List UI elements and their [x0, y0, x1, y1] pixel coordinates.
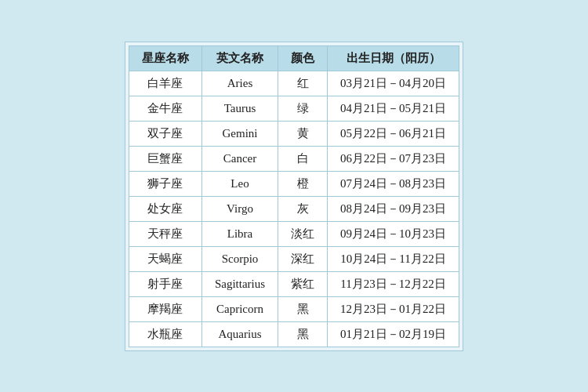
zodiac-table: 星座名称 英文名称 颜色 出生日期（阳历） 白羊座Aries红03月21日－04… — [129, 45, 459, 347]
cell-english-name: Aries — [201, 71, 278, 96]
cell-color: 绿 — [278, 96, 328, 121]
cell-color: 红 — [278, 71, 328, 96]
cell-english-name: Capricorn — [201, 296, 278, 321]
cell-chinese-name: 天秤座 — [129, 221, 201, 246]
cell-date: 10月24日－11月22日 — [328, 246, 459, 271]
table-row: 天蝎座Scorpio深红10月24日－11月22日 — [129, 246, 459, 271]
table-row: 金牛座Taurus绿04月21日－05月21日 — [129, 96, 459, 121]
cell-color: 紫红 — [278, 271, 328, 296]
cell-date: 06月22日－07月23日 — [328, 146, 459, 171]
table-header-row: 星座名称 英文名称 颜色 出生日期（阳历） — [129, 45, 459, 71]
cell-date: 01月21日－02月19日 — [328, 321, 459, 347]
table-row: 天秤座Libra淡红09月24日－10月23日 — [129, 221, 459, 246]
cell-date: 11月23日－12月22日 — [328, 271, 459, 296]
cell-chinese-name: 金牛座 — [129, 96, 201, 121]
cell-date: 05月22日－06月21日 — [328, 121, 459, 146]
header-english-name: 英文名称 — [201, 45, 278, 71]
cell-chinese-name: 天蝎座 — [129, 246, 201, 271]
cell-english-name: Taurus — [201, 96, 278, 121]
table-row: 射手座Sagittarius紫红11月23日－12月22日 — [129, 271, 459, 296]
cell-english-name: Sagittarius — [201, 271, 278, 296]
cell-color: 黑 — [278, 296, 328, 321]
table-row: 水瓶座Aquarius黑01月21日－02月19日 — [129, 321, 459, 347]
table-body: 白羊座Aries红03月21日－04月20日金牛座Taurus绿04月21日－0… — [129, 71, 459, 347]
table-row: 处女座Virgo灰08月24日－09月23日 — [129, 196, 459, 221]
cell-date: 08月24日－09月23日 — [328, 196, 459, 221]
cell-chinese-name: 狮子座 — [129, 171, 201, 196]
cell-date: 07月24日－08月23日 — [328, 171, 459, 196]
cell-color: 黄 — [278, 121, 328, 146]
cell-color: 淡红 — [278, 221, 328, 246]
cell-english-name: Cancer — [201, 146, 278, 171]
cell-color: 黑 — [278, 321, 328, 347]
cell-chinese-name: 双子座 — [129, 121, 201, 146]
cell-chinese-name: 水瓶座 — [129, 321, 201, 347]
cell-english-name: Leo — [201, 171, 278, 196]
header-chinese-name: 星座名称 — [129, 45, 201, 71]
cell-color: 白 — [278, 146, 328, 171]
cell-date: 09月24日－10月23日 — [328, 221, 459, 246]
table-row: 巨蟹座Cancer白06月22日－07月23日 — [129, 146, 459, 171]
cell-chinese-name: 白羊座 — [129, 71, 201, 96]
cell-color: 橙 — [278, 171, 328, 196]
cell-date: 03月21日－04月20日 — [328, 71, 459, 96]
cell-date: 04月21日－05月21日 — [328, 96, 459, 121]
cell-english-name: Virgo — [201, 196, 278, 221]
table-row: 狮子座Leo橙07月24日－08月23日 — [129, 171, 459, 196]
cell-english-name: Scorpio — [201, 246, 278, 271]
cell-date: 12月23日－01月22日 — [328, 296, 459, 321]
cell-english-name: Gemini — [201, 121, 278, 146]
zodiac-table-container: 星座名称 英文名称 颜色 出生日期（阳历） 白羊座Aries红03月21日－04… — [125, 42, 463, 351]
cell-english-name: Aquarius — [201, 321, 278, 347]
cell-english-name: Libra — [201, 221, 278, 246]
cell-chinese-name: 处女座 — [129, 196, 201, 221]
cell-chinese-name: 摩羯座 — [129, 296, 201, 321]
cell-chinese-name: 巨蟹座 — [129, 146, 201, 171]
cell-chinese-name: 射手座 — [129, 271, 201, 296]
table-row: 白羊座Aries红03月21日－04月20日 — [129, 71, 459, 96]
cell-color: 深红 — [278, 246, 328, 271]
table-row: 摩羯座Capricorn黑12月23日－01月22日 — [129, 296, 459, 321]
cell-color: 灰 — [278, 196, 328, 221]
header-color: 颜色 — [278, 45, 328, 71]
header-date: 出生日期（阳历） — [328, 45, 459, 71]
table-row: 双子座Gemini黄05月22日－06月21日 — [129, 121, 459, 146]
